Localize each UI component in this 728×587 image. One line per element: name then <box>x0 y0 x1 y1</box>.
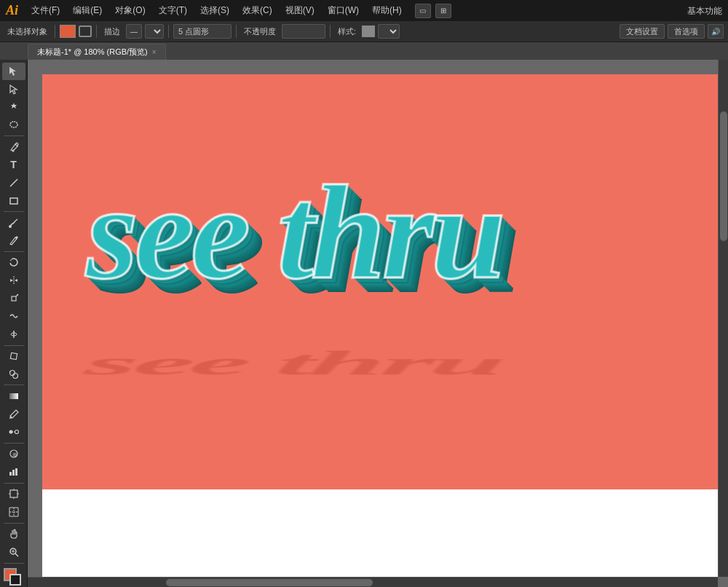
graph-tool[interactable] <box>2 463 25 481</box>
rect-icon-btn[interactable]: ▭ <box>415 4 431 18</box>
menu-effect[interactable]: 效果(C) <box>237 3 278 18</box>
document-tab[interactable]: 未标题-1* @ 180% (RGB/预览) × <box>28 44 166 60</box>
svg-point-11 <box>9 370 15 375</box>
tool-sep-9 <box>4 563 24 564</box>
scale-tool[interactable] <box>2 290 25 307</box>
selection-label: 未选择对象 <box>4 26 50 37</box>
svg-point-15 <box>15 430 18 434</box>
stroke-width-input[interactable]: 5 点圆形 <box>173 24 232 39</box>
style-label: 样式: <box>335 26 359 37</box>
left-toolbar: T <box>0 60 28 587</box>
slice-tool[interactable] <box>2 503 25 521</box>
gradient-tool[interactable] <box>2 387 25 405</box>
tool-sep-4 <box>4 345 24 346</box>
reflect-tool[interactable] <box>2 272 25 289</box>
svg-point-12 <box>12 373 17 378</box>
rect-tool[interactable] <box>2 192 25 210</box>
shape-builder-tool[interactable] <box>2 366 25 383</box>
fill-color-box[interactable] <box>60 25 76 38</box>
toolbar: 未选择对象 描边 — 5 点圆形 不透明度 100% 样式: 文档设置 首选项 … <box>0 21 728 42</box>
menu-help[interactable]: 帮助(H) <box>366 3 408 18</box>
svg-line-2 <box>10 179 17 186</box>
type-tool[interactable]: T <box>2 157 25 174</box>
style-color-box[interactable] <box>362 25 375 37</box>
zoom-tool[interactable] <box>2 543 25 561</box>
svg-rect-20 <box>12 470 15 476</box>
width-tool[interactable] <box>2 326 25 343</box>
hand-tool[interactable] <box>2 526 25 543</box>
white-area <box>42 489 727 577</box>
svg-rect-21 <box>15 468 17 476</box>
artboard: see thru see thru see thru see thru see … <box>42 74 727 489</box>
v-scrollbar[interactable] <box>718 60 728 577</box>
svg-rect-10 <box>10 352 17 359</box>
svg-rect-13 <box>9 393 18 399</box>
line-tool[interactable] <box>2 174 25 192</box>
svg-line-30 <box>15 553 18 556</box>
tool-sep-3 <box>4 251 24 252</box>
svg-text:⊛: ⊛ <box>12 452 17 458</box>
magic-wand-tool[interactable] <box>2 98 25 116</box>
menu-window[interactable]: 窗口(W) <box>322 3 365 18</box>
stroke-label: 描边 <box>101 26 123 37</box>
tool-sep-1 <box>4 135 24 136</box>
menu-object[interactable]: 对象(O) <box>109 3 151 18</box>
rotate-tool[interactable] <box>2 254 25 272</box>
stroke-indicator-tool[interactable] <box>9 574 21 586</box>
v-scroll-thumb[interactable] <box>720 111 727 241</box>
svg-point-4 <box>9 225 12 228</box>
h-scrollbar[interactable] <box>28 577 718 587</box>
divider-1 <box>55 25 55 38</box>
tool-sep-2 <box>4 211 24 212</box>
opacity-label: 不透明度 <box>241 26 279 37</box>
grid-icon-btn[interactable]: ⊞ <box>435 4 451 18</box>
speaker-icon[interactable]: 🔊 <box>708 24 724 39</box>
svg-rect-19 <box>9 472 12 476</box>
eyedropper-tool[interactable] <box>2 406 25 423</box>
tab-label: 未标题-1* @ 180% (RGB/预览) <box>37 47 148 58</box>
warp-tool[interactable] <box>2 307 25 325</box>
artboard-tool[interactable] <box>2 486 25 503</box>
stroke-type-btn[interactable]: — <box>126 24 142 39</box>
menu-select[interactable]: 选择(S) <box>194 3 235 18</box>
prefs-btn[interactable]: 首选项 <box>668 24 705 39</box>
stroke-indicator[interactable] <box>79 25 92 37</box>
menu-type[interactable]: 文字(T) <box>153 3 193 18</box>
free-transform-tool[interactable] <box>2 347 25 365</box>
direct-selection-tool[interactable] <box>2 81 25 98</box>
tab-bar: 未标题-1* @ 180% (RGB/预览) × <box>0 42 728 60</box>
paintbrush-tool[interactable] <box>2 214 25 232</box>
canvas-area[interactable]: see thru see thru see thru see thru see … <box>28 60 728 587</box>
svg-point-1 <box>12 149 14 151</box>
svg-rect-22 <box>10 490 17 497</box>
pen-tool[interactable] <box>2 138 25 156</box>
menu-view[interactable]: 视图(V) <box>280 3 320 18</box>
main-area: T <box>0 60 728 587</box>
divider-2 <box>96 25 97 38</box>
tool-sep-8 <box>4 523 24 524</box>
h-scroll-thumb[interactable] <box>166 579 373 586</box>
symbol-tool[interactable]: ⊛ <box>2 446 25 463</box>
style-select[interactable] <box>378 24 400 39</box>
opacity-input[interactable]: 100% <box>282 24 325 39</box>
selection-tool[interactable] <box>2 63 25 80</box>
point-label: 5 点圆形 <box>177 26 210 37</box>
pencil-tool[interactable] <box>2 232 25 249</box>
fill-stroke-indicator <box>2 567 25 584</box>
tool-sep-6 <box>4 443 24 444</box>
divider-3 <box>168 25 169 38</box>
menu-edit[interactable]: 编辑(E) <box>67 3 108 18</box>
title-right: 基本功能 <box>687 4 722 17</box>
title-bar: Ai 文件(F) 编辑(E) 对象(O) 文字(T) 选择(S) 效果(C) 视… <box>0 0 728 21</box>
svg-rect-6 <box>12 296 16 301</box>
svg-point-14 <box>9 430 12 434</box>
tab-close-btn[interactable]: × <box>152 48 157 56</box>
ai-logo: Ai <box>6 3 18 18</box>
blend-tool[interactable] <box>2 423 25 441</box>
menu-file[interactable]: 文件(F) <box>25 3 66 18</box>
doc-settings-btn[interactable]: 文档设置 <box>620 24 665 39</box>
text-illustration: see thru see thru see thru see thru see … <box>79 96 705 424</box>
stroke-select[interactable] <box>145 24 164 39</box>
menu-bar: 文件(F) 编辑(E) 对象(O) 文字(T) 选择(S) 效果(C) 视图(V… <box>25 3 408 18</box>
lasso-tool[interactable] <box>2 117 25 134</box>
